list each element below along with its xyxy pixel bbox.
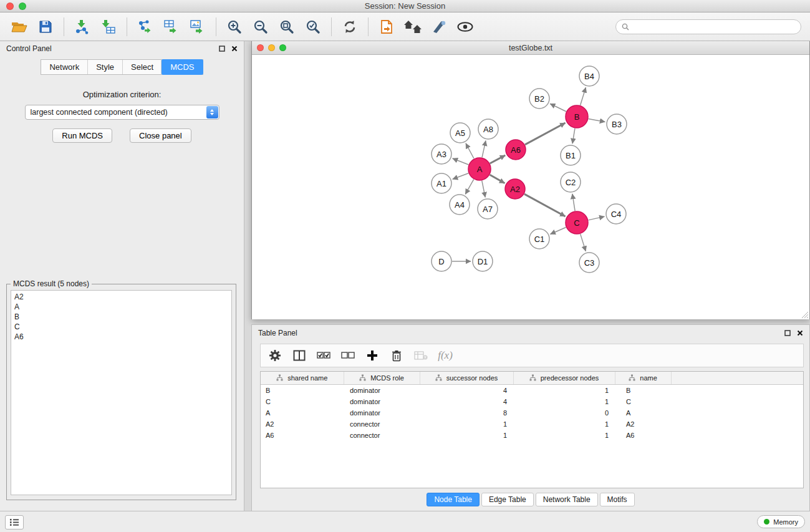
column-header[interactable]: predecessor nodes xyxy=(513,372,615,385)
graph-node[interactable]: A xyxy=(468,158,491,180)
function-builder-button[interactable]: f(x) xyxy=(436,346,455,365)
layout-refresh-button[interactable] xyxy=(338,16,362,38)
tab-style[interactable]: Style xyxy=(87,60,122,74)
export-web-button[interactable] xyxy=(375,16,398,38)
criterion-dropdown[interactable]: largest connected component (directed) xyxy=(25,105,219,120)
run-mcds-button[interactable]: Run MCDS xyxy=(52,128,112,143)
graph-node[interactable]: D1 xyxy=(473,251,493,271)
search-box[interactable] xyxy=(615,19,801,34)
dropdown-stepper-icon[interactable] xyxy=(206,106,218,118)
task-history-button[interactable] xyxy=(5,515,24,530)
graph-node[interactable]: C4 xyxy=(606,204,626,224)
graph-node[interactable]: A4 xyxy=(450,195,470,215)
import-network-file-button[interactable] xyxy=(70,16,94,38)
delete-column-button[interactable] xyxy=(387,346,406,365)
home-button[interactable] xyxy=(401,16,425,38)
zoom-fit-button[interactable] xyxy=(275,16,299,38)
export-network-button[interactable] xyxy=(133,16,157,38)
graph-edge[interactable] xyxy=(525,123,566,145)
tab-motifs[interactable]: Motifs xyxy=(600,493,635,506)
mcds-result-item[interactable]: A2 xyxy=(14,292,228,302)
table-row[interactable]: Cdominator41C xyxy=(261,396,803,407)
graph-edge[interactable] xyxy=(482,141,486,158)
graph-edge[interactable] xyxy=(453,173,468,180)
graph-node[interactable]: A1 xyxy=(432,173,451,193)
tab-select[interactable]: Select xyxy=(122,60,162,74)
graph-node[interactable]: A5 xyxy=(450,123,470,143)
add-column-button[interactable] xyxy=(363,346,382,365)
close-panel-button[interactable]: Close panel xyxy=(130,128,191,143)
graph-node[interactable]: B1 xyxy=(561,145,581,165)
zoom-out-button[interactable] xyxy=(249,16,272,38)
mcds-result-item[interactable]: A6 xyxy=(14,332,228,342)
graph-node[interactable]: A2 xyxy=(505,179,525,199)
node-table[interactable]: shared name MCDS role successor nodes pr… xyxy=(260,371,804,488)
close-window-icon[interactable] xyxy=(6,2,14,10)
close-panel-icon[interactable] xyxy=(231,46,238,52)
search-input[interactable] xyxy=(633,22,795,32)
zoom-in-button[interactable] xyxy=(223,16,246,38)
graph-edge[interactable] xyxy=(524,194,566,216)
mcds-result-list[interactable]: A2ABCA6 xyxy=(11,290,232,495)
graph-node[interactable]: C2 xyxy=(561,172,581,192)
graph-node[interactable]: C1 xyxy=(529,229,549,249)
import-table-file-button[interactable] xyxy=(97,16,120,38)
delete-table-button[interactable] xyxy=(412,346,430,365)
mcds-result-item[interactable]: A xyxy=(14,302,228,312)
table-row[interactable]: A2connector11A2 xyxy=(261,418,803,430)
tab-network[interactable]: Network xyxy=(41,60,87,74)
graph-node[interactable]: B3 xyxy=(607,114,627,134)
graph-edge[interactable] xyxy=(550,104,566,111)
network-canvas[interactable]: B4B2BB3A5A8A6B1A3AC2A1A2A4A7C4CC1C3DD1 xyxy=(252,55,809,319)
graph-node[interactable]: A8 xyxy=(478,119,498,139)
graph-edge[interactable] xyxy=(490,175,505,183)
close-panel-icon[interactable] xyxy=(797,330,803,336)
resize-grip-icon[interactable] xyxy=(801,311,809,319)
tab-node-table[interactable]: Node Table xyxy=(427,493,480,506)
tab-edge-table[interactable]: Edge Table xyxy=(481,493,534,506)
graph-edge[interactable] xyxy=(465,180,473,195)
tab-network-table[interactable]: Network Table xyxy=(536,493,598,506)
table-row[interactable]: A6connector11A6 xyxy=(261,430,803,441)
select-all-columns-button[interactable] xyxy=(314,346,333,365)
graph-node[interactable]: B2 xyxy=(529,89,549,109)
mcds-result-item[interactable]: B xyxy=(14,312,228,322)
column-header[interactable]: MCDS role xyxy=(344,372,420,385)
net-zoom-icon[interactable] xyxy=(279,44,286,51)
float-panel-icon[interactable] xyxy=(219,46,225,52)
style-brush-button[interactable] xyxy=(427,16,451,38)
graph-node[interactable]: A6 xyxy=(506,140,526,160)
graph-edge[interactable] xyxy=(572,128,575,143)
graph-node[interactable]: A7 xyxy=(478,199,498,219)
table-settings-button[interactable] xyxy=(266,346,284,365)
zoom-window-icon[interactable] xyxy=(19,2,26,10)
graph-edge[interactable] xyxy=(589,119,605,122)
column-header[interactable]: successor nodes xyxy=(420,372,513,385)
net-close-icon[interactable] xyxy=(257,44,264,51)
graph-node[interactable]: B4 xyxy=(579,66,599,86)
memory-button[interactable]: Memory xyxy=(757,515,805,528)
float-panel-icon[interactable] xyxy=(784,330,791,336)
graph-edge[interactable] xyxy=(581,87,586,105)
graph-edge[interactable] xyxy=(589,216,605,220)
open-folder-button[interactable] xyxy=(7,16,31,38)
graph-node[interactable]: C3 xyxy=(579,253,599,273)
tab-mcds[interactable]: MCDS xyxy=(161,59,203,75)
graph-edge[interactable] xyxy=(466,143,474,158)
mcds-result-item[interactable]: C xyxy=(14,322,228,332)
deselect-all-columns-button[interactable] xyxy=(339,346,357,365)
column-header[interactable]: shared name xyxy=(261,372,344,385)
table-row[interactable]: Bdominator41B xyxy=(261,385,803,397)
export-table-button[interactable] xyxy=(160,16,183,38)
graph-node[interactable]: A3 xyxy=(432,144,451,164)
save-session-button[interactable] xyxy=(34,16,57,38)
table-row[interactable]: Adominator80A xyxy=(261,407,803,418)
graph-node[interactable]: D xyxy=(432,251,451,271)
graph-node[interactable]: B xyxy=(566,105,588,128)
column-header[interactable]: name xyxy=(615,372,671,385)
net-minimize-icon[interactable] xyxy=(268,44,275,51)
graph-edge[interactable] xyxy=(550,228,566,235)
graph-edge[interactable] xyxy=(453,158,469,165)
graph-edge[interactable] xyxy=(490,155,505,163)
show-hide-button[interactable] xyxy=(453,16,477,38)
